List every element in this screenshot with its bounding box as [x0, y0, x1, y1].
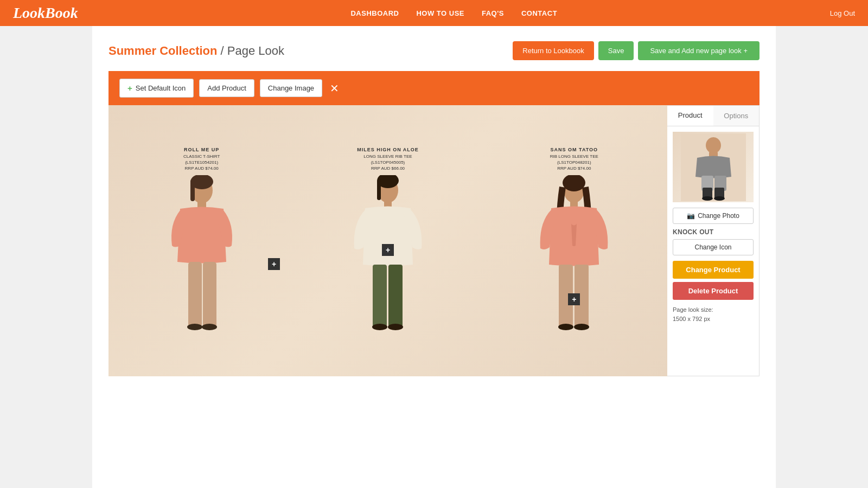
page-look-size-label: Page look size: — [673, 306, 713, 313]
breadcrumb-page: Page Look — [227, 44, 284, 57]
svg-point-14 — [372, 324, 387, 330]
change-image-button[interactable]: Change Image — [260, 79, 322, 97]
tab-product[interactable]: Product — [667, 106, 713, 126]
svg-point-30 — [702, 196, 713, 201]
knockout-label: KNOCK OUT — [673, 228, 754, 236]
panel-content: 📷 Change Photo KNOCK OUT Change Icon Cha… — [667, 126, 759, 329]
save-add-button[interactable]: Save and Add new page look + — [638, 41, 760, 60]
tab-options[interactable]: Options — [713, 106, 760, 126]
page-look-size-value: 1500 x 792 px — [673, 316, 710, 322]
svg-point-15 — [388, 324, 403, 330]
change-image-label: Change Image — [268, 84, 314, 92]
breadcrumb-area: Summer Collection / Page Look Return to … — [92, 26, 776, 71]
product-info-left: ROLL ME UP CLASSIC T-SHIRT (LS1TE1054201… — [183, 146, 220, 171]
return-to-lookbook-button[interactable]: Return to Lookbook — [513, 41, 593, 60]
nav-dashboard[interactable]: DASHBOARD — [350, 9, 399, 17]
panel-tabs: Product Options — [667, 106, 759, 126]
svg-rect-12 — [373, 265, 387, 327]
right-panel: Product Options — [667, 105, 760, 376]
breadcrumb-collection: Summer Collection — [108, 44, 217, 57]
image-container: ROLL ME UP CLASSIC T-SHIRT (LS1TE1054201… — [108, 105, 667, 376]
plus-icon: + — [127, 84, 132, 93]
panel-product-svg — [681, 133, 746, 201]
add-product-button[interactable]: Add Product — [199, 79, 254, 97]
close-toolbar-button[interactable]: ✕ — [330, 82, 339, 95]
breadcrumb: Summer Collection / Page Look — [108, 44, 284, 58]
product-info-right: SANS OM TATOO RIB LONG SLEEVE TEE (LS1TO… — [550, 146, 598, 171]
camera-icon: 📷 — [687, 212, 695, 220]
set-default-label: Set Default Icon — [136, 84, 186, 92]
set-default-icon-button[interactable]: + Set Default Icon — [119, 79, 194, 98]
product-figure-center: MILES HIGH ON ALOE LONG SLEEVE RIB TEE (… — [304, 146, 471, 335]
product-figure-right: SANS OM TATOO RIB LONG SLEEVE TEE (LS1TO… — [490, 146, 658, 335]
nav-contact[interactable]: CONTACT — [521, 9, 557, 17]
content-area: ROLL ME UP CLASSIC T-SHIRT (LS1TE1054201… — [108, 105, 760, 376]
header: LookBook DASHBOARD HOW TO USE FAQ'S CONT… — [0, 0, 868, 26]
product-info-center: MILES HIGH ON ALOE LONG SLEEVE RIB TEE (… — [357, 146, 419, 171]
change-icon-label: Change Icon — [694, 243, 731, 251]
product-thumbnail — [673, 132, 754, 202]
lookbook-image: ROLL ME UP CLASSIC T-SHIRT (LS1TE1054201… — [108, 105, 667, 376]
delete-product-label: Delete Product — [688, 287, 738, 295]
plus-marker-center[interactable]: + — [382, 244, 394, 256]
toolbar: + Set Default Icon Add Product Change Im… — [108, 71, 760, 105]
svg-rect-10 — [377, 179, 381, 200]
figure-svg-right — [536, 175, 612, 335]
svg-point-31 — [714, 196, 725, 201]
nav-how-to-use[interactable]: HOW TO USE — [416, 9, 464, 17]
save-button[interactable]: Save — [598, 41, 634, 60]
svg-rect-5 — [203, 262, 216, 327]
figure-svg-left — [164, 175, 240, 335]
svg-point-24 — [706, 137, 721, 153]
svg-point-6 — [187, 324, 202, 330]
change-photo-label: Change Photo — [698, 212, 739, 220]
plus-marker-right[interactable]: + — [568, 293, 580, 305]
svg-rect-13 — [388, 265, 403, 327]
nav: DASHBOARD HOW TO USE FAQ'S CONTACT — [350, 9, 557, 17]
change-product-label: Change Product — [686, 266, 740, 274]
nav-faqs[interactable]: FAQ'S — [482, 9, 504, 17]
add-product-label: Add Product — [207, 84, 246, 92]
svg-point-7 — [202, 324, 217, 330]
svg-rect-4 — [188, 262, 202, 327]
logout-button[interactable]: Log Out — [830, 9, 855, 17]
main-content: Summer Collection / Page Look Return to … — [92, 26, 776, 488]
change-photo-button[interactable]: 📷 Change Photo — [673, 208, 754, 224]
actions-bar: Return to Lookbook Save Save and Add new… — [513, 41, 760, 60]
change-icon-button[interactable]: Change Icon — [673, 239, 754, 255]
product-figure-left: ROLL ME UP CLASSIC T-SHIRT (LS1TE1054201… — [118, 146, 285, 335]
delete-product-button[interactable]: Delete Product — [673, 282, 754, 300]
breadcrumb-separator: / — [221, 44, 227, 57]
plus-marker-left[interactable]: + — [268, 258, 280, 270]
svg-rect-2 — [190, 179, 195, 201]
svg-point-22 — [574, 324, 589, 330]
svg-point-21 — [558, 324, 573, 330]
change-product-button[interactable]: Change Product — [673, 261, 754, 279]
logo: LookBook — [13, 4, 78, 22]
page-look-size: Page look size: 1500 x 792 px — [673, 305, 754, 323]
